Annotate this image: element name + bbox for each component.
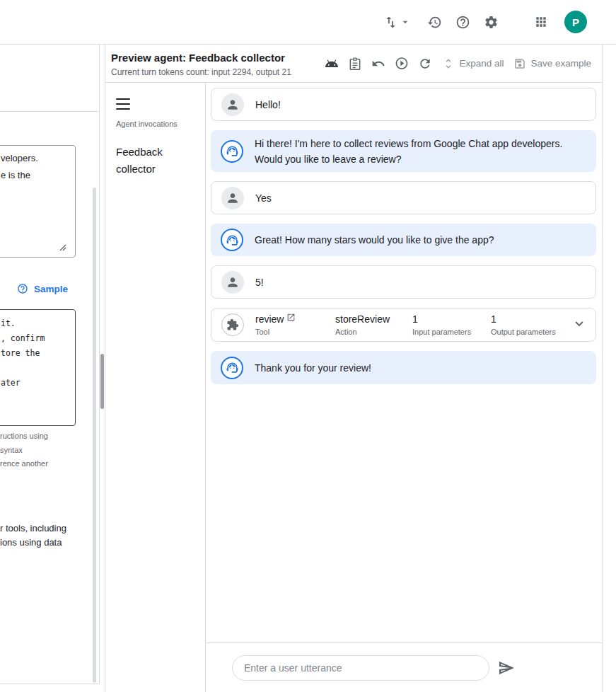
chat-message-agent: Great! How many stars would you like to … <box>211 224 596 256</box>
preview-header: Preview agent: Feedback collector Curren… <box>105 44 602 83</box>
left-panel-bottom-border <box>0 684 99 684</box>
user-avatar: P <box>564 11 587 33</box>
hint-line: syntax <box>0 444 48 458</box>
preview-title: Preview agent: Feedback collector <box>111 51 291 64</box>
code-line: , confirm <box>1 331 71 346</box>
left-panel-border <box>99 44 100 684</box>
paragraph-line: ions using data <box>0 536 66 550</box>
message-text: Hello! <box>255 97 281 113</box>
unfold-more-icon <box>441 57 455 71</box>
code-line <box>1 361 71 376</box>
android-button[interactable] <box>325 57 339 71</box>
send-icon <box>498 659 515 676</box>
message-text: Thank you for your review! <box>255 360 371 376</box>
instructions-textarea[interactable]: it. , confirm tore the ater <box>0 309 76 426</box>
topbar-actions: P <box>383 0 587 44</box>
help-button[interactable] <box>455 15 470 30</box>
topbar-divider <box>0 44 616 45</box>
tool-action-column: storeReview Action <box>335 313 412 336</box>
tool-output-value: 1 <box>491 313 556 325</box>
settings-button[interactable] <box>484 15 499 30</box>
apps-grid-icon <box>534 15 548 29</box>
tool-input-label: Input parameters <box>412 328 491 336</box>
settings-gear-icon <box>484 15 499 30</box>
tool-input-column: 1 Input parameters <box>412 313 491 336</box>
user-avatar-icon <box>221 93 244 116</box>
token-count-subtitle: Current turn tokens count: input 2294, o… <box>111 67 291 77</box>
tools-description: r tools, including ions using data <box>0 521 66 550</box>
preview-panel-border <box>105 44 105 692</box>
code-line: tore the <box>1 346 71 361</box>
save-example-button[interactable]: Save example <box>513 57 591 71</box>
reset-button[interactable] <box>418 57 432 71</box>
goal-textarea[interactable]: velopers. e is the <box>0 145 76 258</box>
history-icon <box>427 15 442 30</box>
apps-grid-button[interactable] <box>534 15 548 29</box>
android-icon <box>325 57 339 71</box>
chat-panel-border <box>602 44 603 692</box>
help-icon <box>455 15 470 30</box>
preview-header-divider <box>105 82 602 83</box>
message-text: Hi there! I'm here to collect reviews fr… <box>255 136 586 167</box>
tool-input-value: 1 <box>412 313 491 325</box>
textarea-text-line: e is the <box>1 167 69 184</box>
menu-button[interactable] <box>116 98 130 110</box>
left-panel-divider <box>0 111 100 112</box>
page-scrollbar-thumb[interactable] <box>100 354 104 409</box>
refresh-icon <box>418 57 432 71</box>
expand-all-label: Expand all <box>459 58 504 69</box>
save-example-label: Save example <box>530 58 591 69</box>
user-avatar-icon <box>221 271 244 294</box>
tool-name-column: review Tool <box>255 313 335 336</box>
agent-avatar-icon <box>221 140 243 163</box>
save-icon <box>513 57 527 71</box>
send-button[interactable] <box>498 659 515 676</box>
tool-action-label: Action <box>335 328 412 336</box>
chat-message-agent: Thank you for your review! <box>211 351 596 384</box>
agent-list-item[interactable]: Feedback collector <box>116 144 187 178</box>
chat-message-user: Yes <box>211 181 596 214</box>
undo-button[interactable] <box>371 57 385 71</box>
history-button[interactable] <box>427 15 442 30</box>
composer-bar <box>205 642 602 692</box>
play-circle-icon <box>395 56 409 71</box>
tool-output-label: Output parameters <box>491 328 556 336</box>
import-export-button[interactable] <box>383 15 411 30</box>
clipboard-icon <box>348 57 362 71</box>
chevron-down-icon <box>571 316 587 332</box>
hamburger-icon <box>116 98 130 100</box>
tool-output-column: 1 Output parameters <box>491 313 556 336</box>
utterance-input[interactable] <box>232 655 489 681</box>
agent-invocations-column: Agent invocations Feedback collector <box>105 83 205 692</box>
code-line: it. <box>1 316 71 331</box>
expand-all-button[interactable]: Expand all <box>441 57 504 71</box>
preview-title-block: Preview agent: Feedback collector Curren… <box>111 51 291 77</box>
code-line: ater <box>1 376 71 391</box>
tool-expand-button[interactable] <box>571 316 587 334</box>
tool-name[interactable]: review <box>255 313 284 325</box>
preview-toolbar: Expand all Save example <box>325 44 591 83</box>
panel-scrollbar[interactable] <box>93 188 96 683</box>
agent-avatar-icon <box>221 229 243 251</box>
help-icon <box>17 283 28 294</box>
user-avatar-button[interactable]: P <box>564 11 587 33</box>
chat-message-user: 5! <box>211 265 596 299</box>
open-in-new-icon[interactable] <box>286 313 296 322</box>
resize-grip-icon[interactable] <box>58 243 68 255</box>
agent-column-border <box>205 83 206 692</box>
sample-link-label: Sample <box>34 284 68 294</box>
chat-panel: Hello! Hi there! I'm here to collect rev… <box>205 83 602 692</box>
instructions-hint: ructions using syntax rence another <box>0 429 48 471</box>
copy-conversation-button[interactable] <box>348 57 362 71</box>
sample-link[interactable]: Sample <box>17 283 68 294</box>
tool-extension-icon <box>221 313 244 336</box>
run-button[interactable] <box>395 57 409 71</box>
hint-line: ructions using <box>0 429 48 444</box>
import-export-icon <box>383 15 398 30</box>
hint-line: rence another <box>0 457 48 471</box>
tool-invocation-card[interactable]: review Tool storeReview Action 1 Input p… <box>211 308 596 342</box>
agent-avatar-icon <box>221 357 243 379</box>
textarea-text-line: velopers. <box>1 150 69 167</box>
chat-message-user: Hello! <box>211 88 596 121</box>
paragraph-line: r tools, including <box>0 521 66 536</box>
